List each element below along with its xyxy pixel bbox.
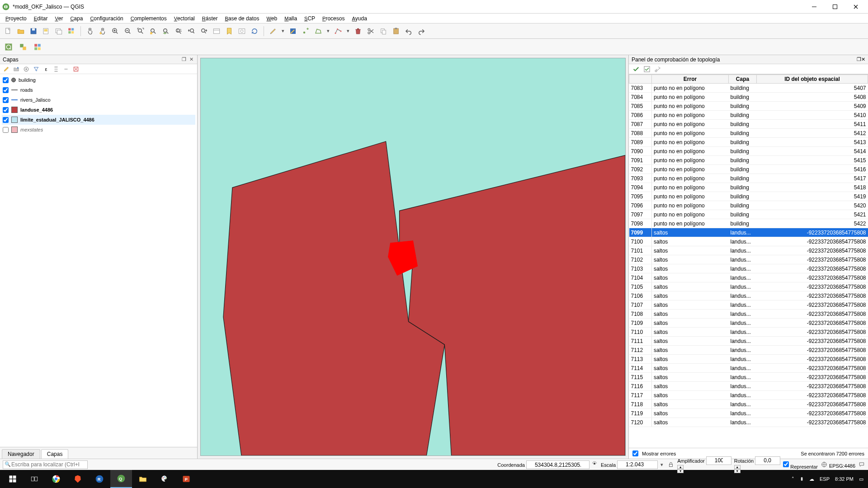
add-polygon-icon[interactable]	[313, 26, 324, 37]
error-row[interactable]: 7091punto no en polígonobuilding5415	[629, 156, 868, 165]
error-row[interactable]: 7108saltoslandus...-9223372036854775808	[629, 310, 868, 319]
error-row[interactable]: 7088punto no en polígonobuilding5412	[629, 129, 868, 138]
error-row[interactable]: 7100saltoslandus...-9223372036854775808	[629, 237, 868, 246]
dropdown-chevron-icon[interactable]: ▾	[345, 28, 351, 34]
layer-item-rivers-jalisco[interactable]: rivers_Jalisco	[2, 95, 195, 105]
start-button[interactable]	[2, 470, 24, 488]
tab-layers[interactable]: Capas	[41, 449, 69, 459]
error-row[interactable]: 7087punto no en polígonobuilding5411	[629, 120, 868, 129]
rotation-field[interactable]	[755, 456, 780, 465]
tray-lang[interactable]: ESP	[820, 476, 830, 482]
error-row[interactable]: 7120saltoslandus...-9223372036854775808	[629, 418, 868, 427]
locator-input[interactable]	[3, 460, 88, 469]
error-row[interactable]: 7093punto no en polígonobuilding5417	[629, 174, 868, 183]
tray-chevron-icon[interactable]: ˄	[792, 476, 794, 482]
copy-features-icon[interactable]	[378, 26, 389, 37]
redo-icon[interactable]	[416, 26, 427, 37]
col-header-fid[interactable]: ID del objeto espacial	[757, 75, 868, 84]
menu-complementos[interactable]: Complementos	[127, 14, 170, 23]
error-row[interactable]: 7112saltoslandus...-9223372036854775808	[629, 346, 868, 355]
powerpoint-icon[interactable]: P	[175, 470, 197, 488]
menu-ayuda[interactable]: Ayuda	[348, 14, 370, 23]
error-row[interactable]: 7102saltoslandus...-9223372036854775808	[629, 255, 868, 264]
tray-dropbox-icon[interactable]: ⬍	[800, 476, 804, 482]
system-tray[interactable]: ˄ ⬍ ☁ ESP 8:32 PM ▭	[792, 476, 866, 482]
dropdown-chevron-icon[interactable]: ▾	[326, 28, 331, 34]
magnifier-field[interactable]	[706, 456, 731, 465]
menu-editar[interactable]: Editar	[30, 14, 52, 23]
save-project-icon[interactable]	[28, 26, 39, 37]
scale-field[interactable]	[617, 460, 658, 469]
paste-features-icon[interactable]	[391, 26, 401, 37]
menu-vectorial[interactable]: Vectorial	[170, 14, 198, 23]
coord-toggle-icon[interactable]	[591, 460, 598, 467]
temporal-controller-icon[interactable]	[236, 26, 247, 37]
status-crs-group[interactable]: EPSG:4486	[821, 461, 855, 469]
zoom-full-icon[interactable]	[135, 26, 146, 37]
layer-visibility-checkbox[interactable]	[3, 77, 9, 83]
save-edits-icon[interactable]	[288, 26, 298, 37]
zoom-selection-icon[interactable]	[148, 26, 159, 37]
error-row[interactable]: 7089punto no en polígonobuilding5413	[629, 138, 868, 147]
tray-onedrive-icon[interactable]: ☁	[809, 476, 814, 482]
error-row[interactable]: 7094punto no en polígonobuilding5418	[629, 183, 868, 192]
open-project-icon[interactable]	[15, 26, 26, 37]
layer-tree[interactable]: buildingroadsrivers_Jaliscolanduse_4486l…	[0, 74, 197, 447]
lock-scale-icon[interactable]	[667, 461, 675, 468]
delete-selected-icon[interactable]	[353, 26, 363, 37]
manage-map-themes-icon[interactable]	[23, 66, 30, 73]
brave-icon[interactable]	[67, 470, 89, 488]
edit-toggle-icon[interactable]	[268, 26, 278, 37]
zoom-out-icon[interactable]	[123, 26, 133, 37]
panel-close-icon[interactable]: ✕	[188, 56, 194, 63]
error-row[interactable]: 7110saltoslandus...-9223372036854775808	[629, 328, 868, 337]
error-row[interactable]: 7098punto no en polígonobuilding5422	[629, 219, 868, 228]
refresh-icon[interactable]	[249, 26, 260, 37]
expand-all-icon[interactable]	[52, 66, 60, 73]
layer-item-landuse-4486[interactable]: landuse_4486	[2, 105, 195, 115]
error-row[interactable]: 7118saltoslandus...-9223372036854775808	[629, 400, 868, 409]
error-row[interactable]: 7101saltoslandus...-9223372036854775808	[629, 246, 868, 255]
messages-icon[interactable]	[858, 461, 865, 468]
validate-extent-icon[interactable]	[643, 66, 651, 73]
coord-field[interactable]	[526, 460, 590, 469]
filter-legend-icon[interactable]	[33, 66, 40, 73]
error-row[interactable]: 7111saltoslandus...-9223372036854775808	[629, 337, 868, 346]
error-row[interactable]: 7114saltoslandus...-9223372036854775808	[629, 364, 868, 373]
error-row[interactable]: 7105saltoslandus...-9223372036854775808	[629, 282, 868, 291]
menu-proyecto[interactable]: Proyecto	[2, 14, 30, 23]
error-row[interactable]: 7092punto no en polígonobuilding5416	[629, 165, 868, 174]
layer-item-mexstates[interactable]: mexstates	[2, 125, 195, 135]
panel-undock-icon[interactable]: ❐	[857, 56, 861, 62]
topology-error-table-wrapper[interactable]: Error Capa ID del objeto espacial 7083pu…	[629, 74, 868, 448]
topology-checker-icon[interactable]	[17, 41, 29, 53]
menu-procesos[interactable]: Procesos	[319, 14, 348, 23]
tab-browser[interactable]: Navegador	[2, 449, 40, 459]
render-checkbox[interactable]	[783, 460, 789, 469]
remove-layer-icon[interactable]	[72, 66, 80, 73]
error-row[interactable]: 7084punto no en polígonobuilding5408	[629, 93, 868, 102]
task-view-icon[interactable]	[24, 470, 45, 488]
chrome-icon[interactable]	[45, 470, 67, 488]
configure-rules-icon[interactable]	[654, 66, 661, 73]
menu-r-ster[interactable]: Ráster	[198, 14, 222, 23]
error-row[interactable]: 7104saltoslandus...-9223372036854775808	[629, 273, 868, 282]
cut-features-icon[interactable]	[365, 26, 376, 37]
window-minimize-button[interactable]	[804, 0, 825, 14]
menu-base-de-datos[interactable]: Base de datos	[221, 14, 263, 23]
layout-manager-icon[interactable]	[53, 26, 64, 37]
layer-visibility-checkbox[interactable]	[3, 117, 9, 123]
undo-icon[interactable]	[403, 26, 414, 37]
r-icon[interactable]: R	[89, 470, 110, 488]
map-canvas[interactable]	[200, 58, 626, 456]
collapse-all-icon[interactable]	[62, 66, 70, 73]
file-explorer-icon[interactable]	[132, 470, 154, 488]
layer-styling-icon[interactable]	[3, 66, 10, 73]
qgis-taskbar-icon[interactable]: Q	[110, 470, 132, 488]
menu-scp[interactable]: SCP	[301, 14, 319, 23]
col-header-layer[interactable]: Capa	[729, 75, 757, 84]
error-row[interactable]: 7090punto no en polígonobuilding5414	[629, 147, 868, 156]
paint-icon[interactable]	[154, 470, 175, 488]
filter-by-expression-icon[interactable]: ε	[42, 66, 50, 73]
error-row[interactable]: 7117saltoslandus...-9223372036854775808	[629, 391, 868, 400]
